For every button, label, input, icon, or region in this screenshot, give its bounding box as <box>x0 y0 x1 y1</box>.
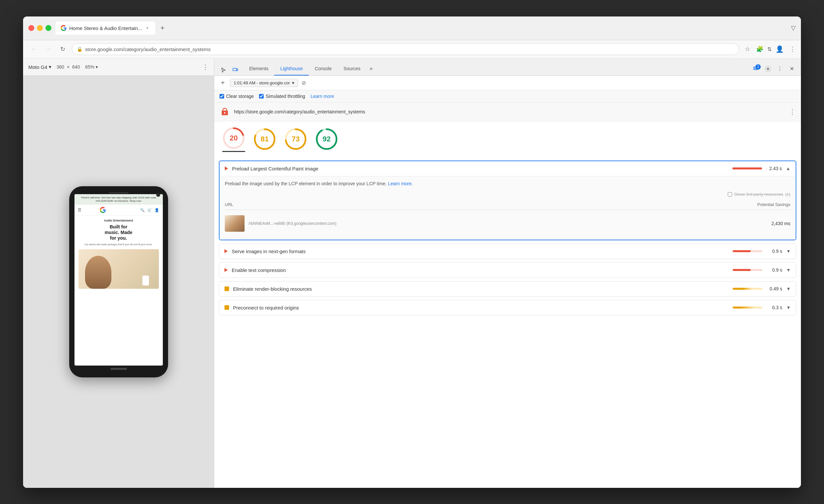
svg-rect-1 <box>237 69 238 71</box>
device-toggle-button[interactable] <box>230 65 240 76</box>
lighthouse-url-more-button[interactable]: ⋮ <box>789 108 796 116</box>
zoom-level: 65% <box>85 64 94 70</box>
score-20-underline <box>222 151 245 152</box>
audit-warning-icon-square-1 <box>224 286 229 291</box>
show-3rdparty-label[interactable]: Show 3rd-party resources (1) <box>728 192 790 197</box>
tab-lighthouse[interactable]: Lighthouse <box>274 62 309 76</box>
audit-preload-lcp-header[interactable]: Preload Largest Contentful Paint image 2… <box>219 161 796 176</box>
device-frame-area: There's still time. Get free two-day shi… <box>23 76 214 488</box>
throttling-option[interactable]: Simulated throttling <box>259 94 305 99</box>
inspect-cursor-button[interactable] <box>218 65 229 76</box>
session-selector[interactable]: 1:01:49 AM - store.google.cor ▾ <box>230 79 298 87</box>
score-73-circle: 73 <box>284 127 307 150</box>
tab-bar: Home Stereo & Audio Entertain... × + <box>56 21 787 34</box>
audit-row-savings: 2,430 ms <box>771 221 790 226</box>
tab-elements[interactable]: Elements <box>243 62 274 76</box>
audit-table-header: URL Potential Savings <box>225 201 790 210</box>
tab-sources[interactable]: Sources <box>337 62 366 76</box>
lighthouse-url-text: https://store.google.com/category/audio_… <box>234 109 785 114</box>
url-bar[interactable]: 🔒 store.google.com/category/audio_entert… <box>72 43 739 55</box>
device-size-separator: × <box>67 64 70 70</box>
audit-text-compression-header[interactable]: Enable text compression 0.9 s ▼ <box>219 263 796 278</box>
score-92-circle: 92 <box>315 127 338 150</box>
chrome-menu-icon[interactable]: ▽ <box>791 24 796 32</box>
throttling-learn-more[interactable]: Learn more <box>310 94 334 99</box>
back-button[interactable]: ← <box>28 44 39 55</box>
tab-console[interactable]: Console <box>309 62 337 76</box>
zoom-control[interactable]: 65% ▾ <box>85 64 98 70</box>
close-traffic-light[interactable] <box>28 25 34 31</box>
audit-preconnect-header[interactable]: Preconnect to required origins 0.3 s ▼ <box>219 300 796 315</box>
clear-storage-option[interactable]: Clear storage <box>219 94 254 99</box>
audit-next-gen-chevron[interactable]: ▼ <box>786 248 791 254</box>
score-20-value: 20 <box>230 134 238 142</box>
address-bar: ← → ↻ 🔒 store.google.com/category/audio_… <box>23 40 801 59</box>
audit-preload-lcp-time: 2.43 s <box>765 166 782 171</box>
device-selector[interactable]: Moto G4 ▾ <box>28 64 51 70</box>
audit-next-gen-formats: Serve images in next-gen formats 0.9 s ▼ <box>219 243 796 259</box>
minimize-traffic-light[interactable] <box>37 25 43 31</box>
device-size-display: 360 × 640 <box>57 64 80 70</box>
screen-category: Audio Entertainment <box>79 219 159 222</box>
audit-render-blocking-bar <box>733 288 762 290</box>
browser-window: Home Stereo & Audio Entertain... × + ▽ ←… <box>23 16 801 488</box>
screen-hero-image <box>79 249 159 289</box>
settings-button[interactable] <box>763 64 773 74</box>
audit-preload-lcp-chevron[interactable]: ▲ <box>786 166 790 171</box>
main-area: Moto G4 ▾ 360 × 640 65% ▾ ⋮ <box>23 59 801 488</box>
audit-warning-icon-2 <box>224 249 228 253</box>
phone-home-area <box>75 366 163 372</box>
score-circle-seo: 92 <box>315 127 338 150</box>
audit-next-gen-time: 0.9 s <box>766 248 782 254</box>
tab-more[interactable]: » <box>367 62 376 76</box>
audit-3rdparty-toggle: Show 3rd-party resources (1) <box>225 192 790 197</box>
score-circle-best-practices: 73 <box>284 127 307 150</box>
browser-more-button[interactable]: ⋮ <box>790 45 796 53</box>
clear-storage-checkbox[interactable] <box>219 94 224 99</box>
console-messages-button[interactable]: 2 <box>751 64 761 74</box>
device-toolbar-more[interactable]: ⋮ <box>202 63 209 71</box>
browser-extras: ▽ <box>791 24 796 32</box>
screen-account-icon: 👤 <box>154 208 159 212</box>
score-92-value: 92 <box>323 135 331 143</box>
audit-preload-lcp-learn-more[interactable]: Learn more <box>388 181 412 186</box>
new-report-button[interactable]: + <box>218 78 227 87</box>
audit-text-compression-bar-wrap: 0.9 s <box>733 267 782 273</box>
title-bar: Home Stereo & Audio Entertain... × + ▽ <box>23 16 801 40</box>
phone-top-notch <box>75 192 163 194</box>
profile-icon[interactable]: 👤 <box>776 45 784 53</box>
audit-next-gen-header[interactable]: Serve images in next-gen formats 0.9 s ▼ <box>219 244 796 259</box>
reload-button[interactable]: ↻ <box>57 44 68 55</box>
screen-nav: ☰ 🔍 🛒 👤 <box>75 205 163 216</box>
audit-render-blocking-header[interactable]: Eliminate render-blocking resources 0.49… <box>219 282 796 296</box>
svg-point-3 <box>767 68 769 70</box>
forward-button[interactable]: → <box>43 44 54 55</box>
audit-warning-icon-3 <box>224 268 228 272</box>
audit-render-blocking-chevron[interactable]: ▼ <box>786 286 791 291</box>
active-tab[interactable]: Home Stereo & Audio Entertain... × <box>56 21 155 34</box>
devtools-more-button[interactable]: ⋮ <box>775 64 785 74</box>
extensions-icon[interactable]: 🧩 <box>756 45 763 53</box>
lighthouse-url-bar: https://store.google.com/category/audio_… <box>214 103 801 121</box>
clear-session-button[interactable]: ⊘ <box>301 80 307 86</box>
promo-banner: There's still time. Get free two-day shi… <box>75 194 163 205</box>
messages-badge: 2 <box>755 64 761 70</box>
phone-screen: There's still time. Get free two-day shi… <box>75 194 163 366</box>
screen-menu-icon: ☰ <box>78 208 81 212</box>
new-tab-button[interactable]: + <box>157 22 169 34</box>
tab-close-button[interactable]: × <box>145 25 150 31</box>
audit-preconnect-chevron[interactable]: ▼ <box>786 305 791 310</box>
devtools-tab-bar: Elements Lighthouse Console Sources » <box>214 59 801 76</box>
audit-preconnect-bar <box>733 307 762 309</box>
audit-warning-icon <box>225 167 228 171</box>
sync-icon[interactable]: ⇅ <box>767 46 771 53</box>
audit-text-compression-chevron[interactable]: ▼ <box>786 267 791 273</box>
phone-frame: There's still time. Get free two-day shi… <box>69 186 168 378</box>
zoom-dropdown-icon: ▾ <box>96 64 98 70</box>
maximize-traffic-light[interactable] <box>45 25 51 31</box>
throttling-checkbox[interactable] <box>259 94 264 99</box>
devtools-close-button[interactable]: ✕ <box>787 64 797 74</box>
bookmark-icon[interactable]: ☆ <box>745 45 750 53</box>
show-3rdparty-checkbox[interactable] <box>728 192 732 196</box>
audit-render-blocking-time: 0.49 s <box>766 286 782 291</box>
